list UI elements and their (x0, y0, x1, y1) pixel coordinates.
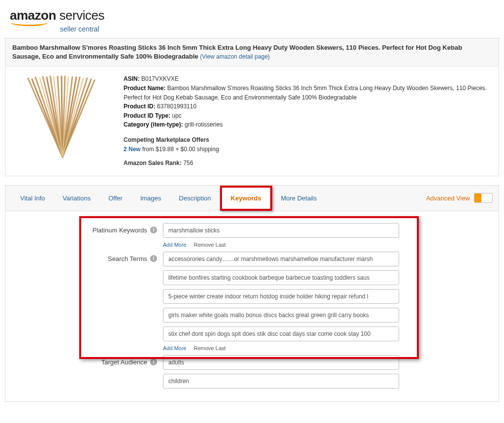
product-meta: ASIN: B017VXKVXE Product Name: Bamboo Ma… (124, 74, 491, 167)
product-name-value: Bamboo Marshmallow S'mores Roasting Stic… (124, 85, 487, 101)
offers-price: from $19.88 + $0.00 shipping (141, 146, 219, 153)
platinum-keywords-label: Platinum Keywords (93, 227, 147, 234)
target-audience-label: Target Audience (101, 358, 147, 366)
search-terms-input-1[interactable] (163, 252, 399, 266)
tab-variations[interactable]: Variations (54, 188, 99, 209)
tab-images[interactable]: Images (131, 188, 170, 209)
logo-brand-bold: amazon (10, 8, 56, 23)
product-id-value: 637801993110 (157, 103, 196, 110)
target-audience-input-1[interactable] (163, 355, 399, 370)
tab-keywords[interactable]: Keywords (222, 188, 270, 209)
advanced-view-toggle[interactable] (474, 193, 493, 203)
product-id-type-label: Product ID Type: (124, 112, 170, 119)
category-label: Category (item-type): (124, 121, 183, 128)
tab-vital-info[interactable]: Vital Info (11, 188, 54, 209)
skewers-image-icon (18, 74, 107, 158)
search-terms-input-3[interactable] (163, 289, 399, 304)
search-terms-input-5[interactable] (163, 326, 399, 341)
asin-value: B017VXKVXE (141, 75, 179, 82)
info-icon[interactable]: i (150, 255, 157, 262)
tab-more-details[interactable]: More Details (272, 188, 326, 209)
product-name-label: Product Name: (124, 85, 165, 92)
view-detail-page-link[interactable]: (View amazon detail page) (200, 53, 270, 60)
product-id-label: Product ID: (124, 103, 156, 110)
logo-brand-thin: services (60, 8, 104, 23)
search-terms-input-2[interactable] (163, 270, 399, 285)
search-terms-add-more-link[interactable]: Add More (163, 345, 187, 351)
toggle-knob-icon (474, 194, 481, 202)
target-audience-input-2[interactable] (163, 374, 399, 389)
seller-central-logo: amazon services seller central (10, 8, 499, 33)
keywords-form: Platinum Keywords i Add More Remove Last… (5, 211, 499, 402)
advanced-view-label: Advanced View (426, 195, 470, 202)
platinum-remove-last-link[interactable]: Remove Last (194, 242, 226, 248)
tab-description[interactable]: Description (170, 188, 220, 209)
info-icon[interactable]: i (150, 227, 157, 233)
product-summary-panel: Bamboo Marshmallow S'mores Roasting Stic… (5, 38, 499, 176)
platinum-add-more-link[interactable]: Add More (163, 242, 187, 248)
offers-count-link[interactable]: 2 New (124, 146, 141, 153)
product-id-type-value: upc (172, 112, 181, 119)
search-terms-label: Search Terms (108, 255, 147, 262)
product-image (13, 74, 112, 158)
info-icon[interactable]: i (150, 358, 157, 365)
asin-label: ASIN: (124, 75, 140, 82)
search-terms-input-4[interactable] (163, 308, 399, 323)
sales-rank-label: Amazon Sales Rank: (124, 160, 182, 166)
sales-rank-value: 756 (183, 160, 193, 166)
listing-tab-bar: Vital Info Variations Offer Images Descr… (5, 185, 499, 211)
highlight-keywords-tab: Keywords (220, 186, 272, 211)
svg-line-12 (62, 76, 63, 157)
platinum-keywords-input[interactable] (163, 223, 399, 238)
logo-subtitle: seller central (60, 25, 499, 33)
category-value: grill-rotisseries (185, 121, 222, 128)
competing-offers-heading: Competing Marketplace Offers (124, 135, 491, 145)
search-terms-remove-last-link[interactable]: Remove Last (194, 345, 226, 351)
tab-offer[interactable]: Offer (99, 188, 131, 209)
